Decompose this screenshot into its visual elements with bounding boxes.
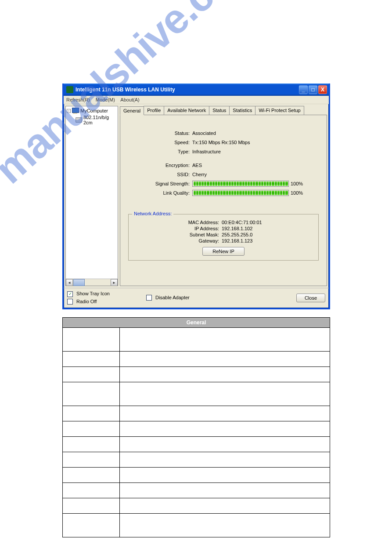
table-desc: Show the connecting SSID. bbox=[120, 406, 330, 421]
table-term: ReNew IP bbox=[63, 514, 120, 537]
table-desc: Show the Subnet Mask addresses. bbox=[120, 483, 330, 498]
app-window: Intelligent 11n USB Wireless LAN Utility… bbox=[62, 83, 330, 309]
table-desc: Show the current signal strength. bbox=[120, 421, 330, 437]
adapter-icon bbox=[76, 117, 82, 123]
window-footer: Show Tray Icon Radio Off Disable Adapter… bbox=[64, 288, 329, 308]
network-address-group: Network Address: MAC Address: 00:E0:4C:7… bbox=[128, 214, 319, 261]
type-label: Type: bbox=[128, 149, 192, 154]
type-value: Infrastructure bbox=[192, 149, 221, 154]
table-term: Subnet Mask bbox=[63, 483, 120, 498]
tab-status[interactable]: Status bbox=[209, 106, 230, 115]
tree-collapse-icon[interactable]: − bbox=[67, 109, 71, 113]
page-subheading: Click on the General tab for status info… bbox=[67, 74, 357, 80]
speed-value: Tx:150 Mbps Rx:150 Mbps bbox=[192, 140, 250, 145]
gateway-value: 192.168.1.123 bbox=[222, 238, 252, 243]
disable-adapter-row[interactable]: Disable Adapter bbox=[146, 295, 296, 301]
table-term: Gateway bbox=[63, 498, 120, 514]
signal-strength-label: Signal Strength: bbox=[128, 181, 192, 186]
show-tray-row[interactable]: Show Tray Icon bbox=[67, 291, 146, 297]
table-row: StatusCheck the Wireless USB Adapter is … bbox=[63, 328, 330, 352]
tab-general[interactable]: General bbox=[120, 106, 144, 115]
table-term: Signal Strength bbox=[63, 421, 120, 437]
table-header: General bbox=[63, 318, 330, 328]
tree-root-label: MyComputer bbox=[80, 108, 108, 113]
table-term: Encryption bbox=[63, 382, 120, 406]
tab-strip: General Profile Available Network Status… bbox=[120, 106, 327, 115]
scroll-right-arrow-icon[interactable]: ► bbox=[111, 279, 118, 286]
menubar: Refresh(R) Mode(M) About(A) bbox=[64, 96, 329, 104]
radio-off-checkbox[interactable] bbox=[67, 299, 73, 305]
network-address-legend: Network Address: bbox=[132, 211, 173, 216]
table-term: IP Address bbox=[63, 468, 120, 483]
tab-profile[interactable]: Profile bbox=[144, 106, 164, 115]
tab-panel-general: Status: Associated Speed: Tx:150 Mbps Rx… bbox=[120, 115, 327, 286]
computer-icon bbox=[72, 108, 79, 114]
menu-about[interactable]: About(A) bbox=[120, 97, 139, 102]
disable-adapter-label: Disable Adapter bbox=[155, 295, 190, 300]
definitions-table: General StatusCheck the Wireless USB Ada… bbox=[62, 317, 330, 537]
table-row: SpeedShow current Tx and Rx transmit spe… bbox=[63, 352, 330, 367]
window-title: Intelligent 11n USB Wireless LAN Utility bbox=[76, 87, 175, 93]
table-desc: Show the IP address. bbox=[120, 468, 330, 483]
app-icon bbox=[66, 86, 73, 93]
show-tray-label: Show Tray Icon bbox=[76, 291, 110, 296]
minimize-button[interactable]: _ bbox=[299, 85, 308, 94]
table-desc: Show the MAC address. bbox=[120, 452, 330, 468]
close-button[interactable]: Close bbox=[296, 294, 325, 302]
table-row: SSIDShow the connecting SSID. bbox=[63, 406, 330, 421]
encryption-value: AES bbox=[192, 163, 202, 168]
table-desc: Show the current link quality. bbox=[120, 437, 330, 452]
table-row: MAC AddressShow the MAC address. bbox=[63, 452, 330, 468]
table-row: ReNew IPIf there is any IP configuration… bbox=[63, 514, 330, 537]
ip-label: IP Address: bbox=[134, 226, 222, 231]
table-row: IP AddressShow the IP address. bbox=[63, 468, 330, 483]
table-row: EncryptionShow the encryption type curre… bbox=[63, 382, 330, 406]
status-value: Associated bbox=[192, 131, 216, 136]
table-term: Speed bbox=[63, 352, 120, 367]
table-desc: Infrastructure mode or Ad-Hoc mode. bbox=[120, 367, 330, 382]
table-desc: Show the encryption type currently in us… bbox=[120, 382, 330, 406]
signal-strength-pct: 100% bbox=[291, 181, 303, 186]
menu-mode[interactable]: Mode(M) bbox=[96, 97, 115, 102]
table-term: Type bbox=[63, 367, 120, 382]
subnet-label: Subnet Mask: bbox=[134, 232, 222, 237]
scroll-thumb[interactable] bbox=[73, 279, 85, 286]
table-desc: If there is any IP configuration change,… bbox=[120, 514, 330, 537]
tree-child-label: 802.11n/b/g 2cm bbox=[83, 115, 117, 125]
table-term: Status bbox=[63, 328, 120, 352]
speed-label: Speed: bbox=[128, 140, 192, 145]
encryption-label: Encryption: bbox=[128, 163, 192, 168]
maximize-button[interactable]: □ bbox=[309, 85, 317, 94]
table-row: Signal StrengthShow the current signal s… bbox=[63, 421, 330, 437]
table-term: MAC Address bbox=[63, 452, 120, 468]
tab-wps[interactable]: Wi-Fi Protect Setup bbox=[255, 106, 304, 115]
menu-refresh[interactable]: Refresh(R) bbox=[66, 97, 90, 102]
gateway-label: Gateway: bbox=[134, 238, 222, 243]
show-tray-checkbox[interactable] bbox=[67, 291, 73, 297]
tab-statistics[interactable]: Statistics bbox=[229, 106, 255, 115]
table-desc: Show current Tx and Rx transmit speed. bbox=[120, 352, 330, 367]
table-row: Subnet MaskShow the Subnet Mask addresse… bbox=[63, 483, 330, 498]
disable-adapter-checkbox[interactable] bbox=[146, 295, 152, 301]
tab-available-network[interactable]: Available Network bbox=[164, 106, 209, 115]
ssid-label: SSID: bbox=[128, 172, 192, 177]
tree-scrollbar[interactable]: ◄ ► bbox=[66, 279, 118, 286]
renew-ip-button[interactable]: ReNew IP bbox=[202, 247, 245, 256]
table-row: TypeInfrastructure mode or Ad-Hoc mode. bbox=[63, 367, 330, 382]
table-term: SSID bbox=[63, 406, 120, 421]
signal-strength-bar bbox=[192, 181, 289, 187]
page-heading: General bbox=[67, 44, 357, 52]
link-quality-pct: 100% bbox=[291, 190, 303, 196]
ssid-value: Cherry bbox=[192, 172, 207, 177]
mac-value: 00:E0:4C:71:00:01 bbox=[222, 220, 262, 225]
window-close-button[interactable]: X bbox=[318, 85, 327, 94]
tree-root-row[interactable]: − MyComputer bbox=[66, 107, 118, 114]
status-label: Status: bbox=[128, 131, 192, 136]
table-row: Link QualityShow the current link qualit… bbox=[63, 437, 330, 452]
device-tree: − MyComputer 802.11n/b/g 2cm ◄ ► bbox=[65, 106, 118, 286]
link-quality-label: Link Quality: bbox=[128, 190, 192, 196]
table-desc: Check the Wireless USB Adapter is associ… bbox=[120, 328, 330, 352]
scroll-left-arrow-icon[interactable]: ◄ bbox=[66, 279, 73, 286]
tree-child-row[interactable]: 802.11n/b/g 2cm bbox=[66, 114, 118, 126]
radio-off-row[interactable]: Radio Off bbox=[67, 299, 146, 305]
